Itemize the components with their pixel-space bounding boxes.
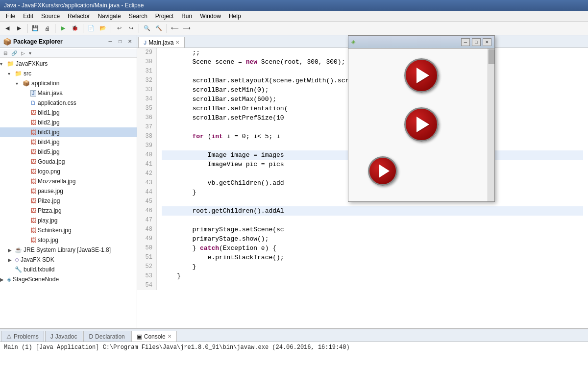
code-line-51[interactable]: e.printStackTrace(); [162, 253, 583, 262]
fw-scrollbar[interactable] [488, 49, 494, 201]
pe-maximize-btn[interactable]: □ [116, 38, 124, 46]
tree-item-gouda[interactable]: 🖼Gouda.jpg [0, 157, 137, 167]
menu-item-project[interactable]: Project [151, 12, 177, 21]
toolbar-btn-save[interactable]: 💾 [30, 23, 41, 34]
pe-header: 📦 Package Explorer ─ □ ✕ [0, 35, 137, 48]
menu-item-run[interactable]: Run [177, 12, 196, 21]
fw-close-btn[interactable]: ✕ [483, 38, 491, 46]
fw-titlebar[interactable]: ◈ ─ □ ✕ [348, 36, 494, 49]
line-num-39: 39 [141, 141, 152, 150]
tree-icon-pilze: 🖼 [30, 197, 36, 204]
bottom-tab-console[interactable]: ▣Console✕ [131, 331, 177, 342]
toolbar-btn-build[interactable]: 🔨 [153, 23, 164, 34]
fw-maximize-btn[interactable]: □ [472, 38, 481, 46]
tree-item-stage[interactable]: ▶◈StageSceneNode [0, 274, 137, 284]
menu-item-file[interactable]: File [2, 12, 19, 21]
tab-close-btn[interactable]: ✕ [175, 40, 179, 45]
toolbar-btn-back[interactable]: ◀ [2, 23, 13, 34]
toolbar-btn-print[interactable]: 🖨 [42, 23, 52, 34]
menu-item-source[interactable]: Source [37, 12, 64, 21]
tree-label-mozzarella: Mozzarella.jpg [38, 178, 75, 185]
tree-label-play: play.jpg [38, 217, 57, 224]
tree-item-bild4[interactable]: 🖼bild4.jpg [0, 137, 137, 147]
menu-item-search[interactable]: Search [125, 12, 151, 21]
bottom-tab-problems[interactable]: ⚠Problems [1, 331, 44, 342]
tree-item-bild1[interactable]: 🖼bild1.jpg [0, 108, 137, 118]
line-num-31: 31 [141, 67, 152, 76]
code-line-54[interactable] [162, 281, 583, 290]
tab-label: Main.java [148, 39, 173, 46]
toolbar-btn-forward[interactable]: ▶ [14, 23, 24, 34]
tree-item-appcss[interactable]: 🗋application.css [0, 98, 137, 108]
toolbar-btn-run[interactable]: ▶ [58, 23, 69, 34]
tree-item-pizza[interactable]: 🖼Pizza.jpg [0, 206, 137, 216]
tree-item-schinken[interactable]: 🖼Schinken.jpg [0, 225, 137, 235]
tree-icon-stage: ◈ [7, 276, 11, 283]
tree-label-build: build.fxbuild [24, 266, 54, 273]
tree-item-logo[interactable]: 🖼logo.png [0, 167, 137, 176]
tree-arrow: ▾ [0, 61, 7, 67]
bottom-tab-javadoc[interactable]: JJavadoc [45, 331, 83, 342]
tree-item-javafxkurs[interactable]: ▾📁JavaFXKurs [0, 59, 137, 69]
code-line-53[interactable]: } [162, 271, 583, 281]
pe-close-btn[interactable]: ✕ [126, 38, 134, 46]
toolbar-btn-open[interactable]: 📂 [98, 23, 108, 34]
fw-minimize-btn[interactable]: ─ [461, 38, 470, 46]
menu-item-edit[interactable]: Edit [19, 12, 37, 21]
tree-item-pilze[interactable]: 🖼Pilze.jpg [0, 196, 137, 206]
pe-minimize-btn[interactable]: ─ [106, 38, 114, 46]
tree-item-bild3[interactable]: 🖼bild3.jpg [0, 127, 137, 137]
pe-forward[interactable]: ▷ [20, 50, 26, 56]
editor-tab-main[interactable]: J Main.java ✕ [138, 37, 185, 48]
code-line-46[interactable]: root.getChildren().addAl [162, 206, 583, 216]
tree-item-pause[interactable]: 🖼pause.jpg [0, 186, 137, 196]
play-button-1[interactable] [404, 58, 439, 93]
bottom-tab-declaration[interactable]: DDeclaration [83, 331, 130, 342]
code-line-52[interactable]: } [162, 262, 583, 271]
menu-item-help[interactable]: Help [225, 12, 245, 21]
fw-scroll-thumb[interactable] [489, 49, 494, 64]
code-line-48[interactable]: primaryStage.setScene(sc [162, 225, 583, 234]
toolbar-btn-prev-nav[interactable]: ⟵ [170, 23, 180, 34]
code-line-50[interactable]: } catch(Exception e) { [162, 244, 583, 253]
toolbar-btn-redo[interactable]: ↪ [125, 23, 136, 34]
tree-item-application[interactable]: ▾📦application [0, 78, 137, 88]
tree-item-play[interactable]: 🖼play.jpg [0, 216, 137, 225]
pe-collapse-all[interactable]: ⊟ [2, 50, 9, 56]
tree-item-javafx[interactable]: ▶◇JavaFX SDK [0, 255, 137, 265]
menu-item-window[interactable]: Window [196, 12, 225, 21]
tree-item-jre[interactable]: ▶☕JRE System Library [JavaSE-1.8] [0, 245, 137, 255]
toolbar-sep-4 [111, 24, 111, 33]
tree-item-bild2[interactable]: 🖼bild2.jpg [0, 118, 137, 127]
menu-item-refactor[interactable]: Refactor [64, 12, 94, 21]
tree-item-bild5[interactable]: 🖼bild5.jpg [0, 147, 137, 157]
tree-icon-javafxkurs: 📁 [7, 60, 14, 67]
toolbar-btn-debug[interactable]: 🐞 [70, 23, 80, 34]
toolbar-btn-undo[interactable]: ↩ [114, 23, 124, 34]
tree-label-appcss: application.css [38, 99, 76, 106]
menu-item-navigate[interactable]: Navigate [94, 12, 124, 21]
bottom-tab-label-declaration: Declaration [95, 333, 125, 340]
line-num-43: 43 [141, 178, 152, 188]
tree-item-src[interactable]: ▾📁src [0, 69, 137, 78]
tree-item-mainjava[interactable]: JMain.java [0, 88, 137, 98]
toolbar-btn-next-nav[interactable]: ⟶ [181, 23, 192, 34]
bottom-tabs: ⚠ProblemsJJavadocDDeclaration▣Console✕ [0, 329, 588, 342]
pe-menu[interactable]: ▾ [27, 50, 33, 56]
tree-item-stop[interactable]: 🖼stop.jpg [0, 235, 137, 245]
tree-label-bild2: bild2.jpg [38, 119, 60, 126]
line-num-48: 48 [141, 225, 152, 234]
code-line-49[interactable]: primaryStage.show(); [162, 234, 583, 244]
tree-item-build[interactable]: 🔧build.fxbuild [0, 265, 137, 274]
bottom-tab-close-console[interactable]: ✕ [168, 334, 172, 339]
code-line-47[interactable] [162, 216, 583, 225]
play-button-2[interactable] [404, 107, 439, 142]
play-button-3-partial[interactable] [368, 156, 397, 186]
pe-link-editor[interactable]: 🔗 [10, 50, 19, 56]
title-text: Java - JavaFXKurs/src/application/Main.j… [4, 2, 144, 9]
tree-item-mozzarella[interactable]: 🖼Mozzarella.jpg [0, 176, 137, 186]
tree-icon-jre: ☕ [15, 246, 22, 253]
toolbar-btn-new[interactable]: 📄 [86, 23, 97, 34]
toolbar-btn-search[interactable]: 🔍 [142, 23, 152, 34]
fw-title-icon: ◈ [351, 39, 355, 45]
